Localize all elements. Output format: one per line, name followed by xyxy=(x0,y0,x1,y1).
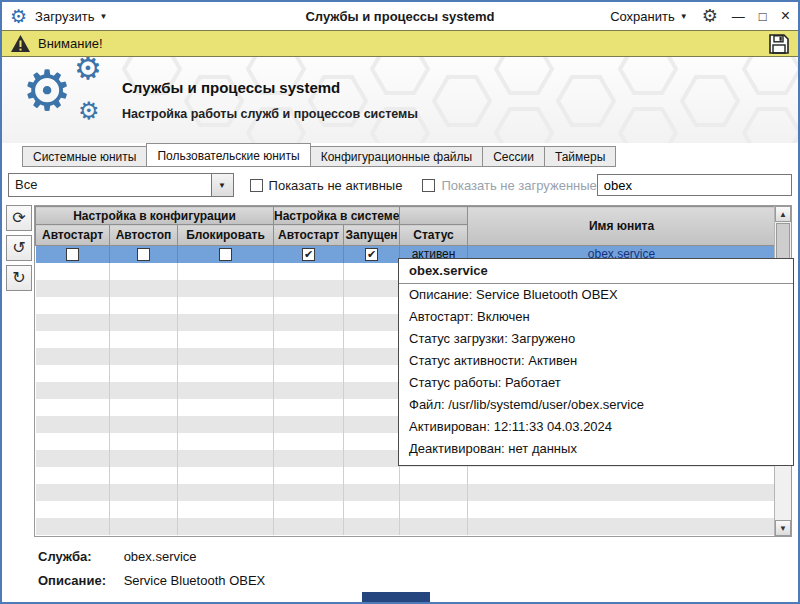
load-menu-button[interactable]: Загрузить ▼ xyxy=(35,9,107,24)
description-label: Описание: xyxy=(38,573,120,588)
popup-autostart: Автостарт: Включен xyxy=(399,306,793,328)
title-bar: Службы и процессы systemd ⚙ Загрузить ▼ … xyxy=(2,2,798,30)
unit-details-popup: obex.service Описание: Service Bluetooth… xyxy=(398,258,794,466)
tab-timers[interactable]: Таймеры xyxy=(544,146,616,167)
close-button[interactable]: × xyxy=(781,8,790,24)
popup-run-status: Статус работы: Работает xyxy=(399,372,793,394)
header-banner: ⚙ ⚙ ⚙ Службы и процессы systemd Настройк… xyxy=(2,57,798,143)
warning-text: Внимание! xyxy=(38,36,103,51)
warning-triangle-icon xyxy=(10,34,31,53)
app-gear-icon: ⚙ xyxy=(10,7,27,26)
checkbox-autostart-config[interactable] xyxy=(66,248,79,261)
caret-down-icon: ▼ xyxy=(99,12,107,21)
app-window: Службы и процессы systemd ⚙ Загрузить ▼ … xyxy=(0,0,800,604)
footer-description-row: Описание: Service Bluetooth OBEX xyxy=(38,573,265,588)
warning-bar: Внимание! xyxy=(2,30,798,57)
popup-load-status: Статус загрузки: Загружено xyxy=(399,328,793,350)
column-header-autostart-system[interactable]: Автостарт xyxy=(274,225,344,246)
load-menu-label: Загрузить xyxy=(35,9,94,24)
hexagon-pattern xyxy=(2,57,798,143)
column-header-block[interactable]: Блокировать xyxy=(178,225,274,246)
save-file-icon[interactable] xyxy=(768,33,790,55)
show-inactive-checkbox[interactable] xyxy=(250,179,263,192)
column-header-autostart-config[interactable]: Автостарт xyxy=(36,225,110,246)
tab-config-files[interactable]: Конфигурационные файлы xyxy=(310,146,483,167)
show-unloaded-checkbox[interactable] xyxy=(422,179,435,192)
tab-sessions[interactable]: Сессии xyxy=(482,146,545,167)
show-unloaded-label: Показать не загруженные xyxy=(441,178,596,193)
filter-bar: Все ▼ Показать не активные Показать не з… xyxy=(8,172,792,198)
column-header-unit-name[interactable]: Имя юнита xyxy=(468,207,776,246)
service-value: obex.service xyxy=(124,549,197,564)
group-header-system: Настройка в системе xyxy=(274,207,400,225)
group-header-config: Настройка в конфигурации xyxy=(36,207,274,225)
column-header-status[interactable]: Статус xyxy=(400,225,468,246)
dropdown-value: Все xyxy=(9,174,211,196)
popup-activated-time: Активирован: 12:11:33 04.03.2024 xyxy=(399,416,793,438)
caret-down-icon: ▼ xyxy=(680,12,688,21)
table-row-empty[interactable] xyxy=(36,501,776,518)
popup-active-status: Статус активности: Активен xyxy=(399,350,793,372)
minimize-button[interactable]: — xyxy=(732,10,745,23)
checkbox-autostop[interactable] xyxy=(137,248,150,261)
settings-gear-icon[interactable]: ⚙ xyxy=(702,7,718,25)
page-title: Службы и процессы systemd xyxy=(122,79,340,96)
group-header-blank xyxy=(400,207,468,225)
table-row-empty[interactable] xyxy=(36,484,776,501)
popup-description: Описание: Service Bluetooth OBEX xyxy=(399,284,793,306)
description-value: Service Bluetooth OBEX xyxy=(124,573,266,588)
save-menu-label: Сохранить xyxy=(610,9,675,24)
maximize-button[interactable]: □ xyxy=(759,10,767,23)
gear-icon: ⚙ xyxy=(78,99,100,123)
scroll-up-icon[interactable]: ▲ xyxy=(775,206,791,222)
column-header-running[interactable]: Запущен xyxy=(344,225,400,246)
scroll-down-icon[interactable]: ▼ xyxy=(775,520,791,536)
checkbox-autostart-system[interactable] xyxy=(302,248,315,261)
show-inactive-label: Показать не активные xyxy=(269,178,403,193)
scrollbar-thumb[interactable] xyxy=(776,223,790,259)
gear-icon: ⚙ xyxy=(22,63,72,119)
table-row-empty[interactable] xyxy=(36,518,776,535)
page-subtitle: Настройка работы служб и процессов систе… xyxy=(122,107,418,121)
popup-file-path: Файл: /usr/lib/systemd/user/obex.service xyxy=(399,394,793,416)
dropdown-arrow-icon[interactable]: ▼ xyxy=(211,174,233,196)
checkbox-running[interactable] xyxy=(365,248,378,261)
bottom-accent-bar xyxy=(362,592,430,602)
reload-button[interactable]: ↻ xyxy=(6,265,32,291)
side-toolbar: ⟳ ↺ ↻ xyxy=(6,205,32,291)
tab-bar: Системные юниты Пользовательские юниты К… xyxy=(22,143,615,167)
tab-system-units[interactable]: Системные юниты xyxy=(22,146,147,167)
popup-title: obex.service xyxy=(399,259,793,284)
save-menu-button[interactable]: Сохранить ▼ xyxy=(610,9,688,24)
footer-service-row: Служба: obex.service xyxy=(38,549,197,564)
gear-icon: ⚙ xyxy=(74,57,102,84)
service-label: Служба: xyxy=(38,549,120,564)
search-input[interactable] xyxy=(597,174,792,196)
checkbox-block[interactable] xyxy=(219,248,232,261)
undo-button[interactable]: ↺ xyxy=(6,235,32,261)
refresh-button[interactable]: ⟳ xyxy=(6,205,32,231)
column-header-autostop[interactable]: Автостоп xyxy=(110,225,178,246)
table-row-empty[interactable] xyxy=(36,467,776,484)
popup-deactivated-time: Деактивирован: нет данных xyxy=(399,438,793,460)
unit-filter-dropdown[interactable]: Все ▼ xyxy=(8,173,234,197)
app-logo: ⚙ ⚙ ⚙ xyxy=(16,57,121,143)
tab-user-units[interactable]: Пользовательские юниты xyxy=(146,143,310,167)
